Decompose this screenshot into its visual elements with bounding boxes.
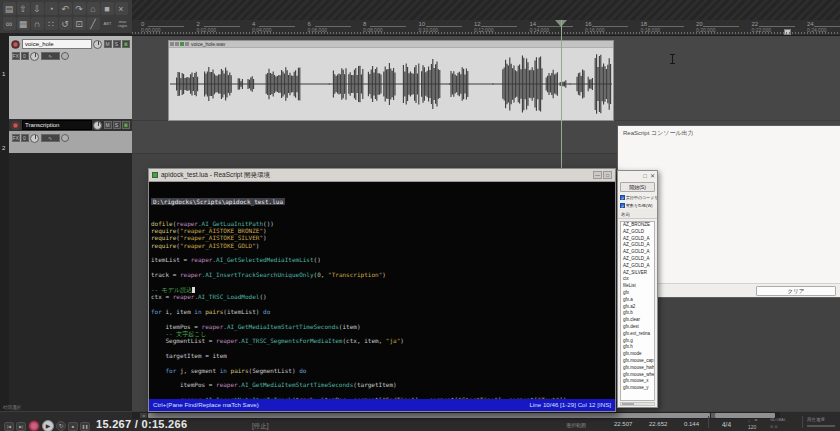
mute-button[interactable]: M	[104, 40, 112, 48]
media-item-voice-hole[interactable]: voice_hole.wav	[168, 40, 614, 121]
console-clear-button[interactable]: クリア	[756, 286, 836, 296]
track-name-input[interactable]: Transcription	[22, 120, 92, 130]
watch-list-hscrollbar[interactable]	[620, 402, 655, 406]
monitor-button[interactable]: ≣	[122, 121, 130, 129]
ide-maximize-button[interactable]: □	[603, 171, 612, 179]
code-editor-area[interactable]: D:\rigdocks\Scripts\apidock_test.lua dof…	[151, 183, 614, 399]
show-running-code-checkbox[interactable]: ✓ 実行中のコードを表示	[618, 193, 657, 201]
code-line[interactable]: itemPos = reaper.AI_GetMediaItemStartTim…	[151, 381, 614, 388]
fx-button[interactable]: FX	[12, 52, 20, 60]
envelope-button[interactable]: ∿	[41, 134, 60, 142]
code-line[interactable]	[151, 301, 614, 308]
watch-variables-dialog[interactable]: □ ✕ 開始(S) ✓ 実行中のコードを表示 ✓ 変数を監視(W) 名前 AZ_…	[617, 170, 658, 408]
close-tool-icon[interactable]: ×	[115, 2, 128, 15]
code-line[interactable]: itemPos = reaper.AI_GetMediaItemStartTim…	[151, 323, 614, 330]
record-button[interactable]	[28, 420, 40, 431]
grid-icon[interactable]: ▦	[17, 17, 30, 30]
pause-button[interactable]: ❚❚	[80, 422, 90, 431]
code-line[interactable]	[151, 345, 614, 352]
bpm-value[interactable]: 120	[748, 424, 756, 430]
go-to-end-button[interactable]: ▶|	[16, 422, 26, 431]
volume-knob[interactable]	[93, 40, 102, 49]
record-arm-button[interactable]	[11, 40, 20, 49]
code-line[interactable]: require("reaper_AISTOKE_GOLD")	[151, 242, 614, 249]
watch-variable-row[interactable]: gfx.dest	[621, 324, 654, 331]
watch-variable-row[interactable]: gfx.a2	[621, 304, 654, 311]
fx-count-badge[interactable]: 0	[21, 52, 29, 60]
code-line[interactable]	[151, 374, 614, 381]
code-line[interactable]: targetItem = item	[151, 352, 614, 359]
watch-variable-row[interactable]: AZ_SILVER	[621, 270, 654, 277]
max-region-label[interactable]: max regio	[115, 20, 130, 28]
undo-icon[interactable]: ↶	[59, 2, 72, 15]
pan-knob[interactable]	[30, 52, 39, 61]
watch-variable-row[interactable]: gfx.clear	[621, 317, 654, 324]
watch-variable-row[interactable]: gfx.mouse_x	[621, 378, 654, 385]
watch-variable-row[interactable]: gfx.mouse_wheel	[621, 372, 654, 379]
clock-icon[interactable]: ◔	[45, 2, 58, 15]
playrate-slider[interactable]	[807, 425, 835, 427]
redo-icon[interactable]: ↷	[73, 2, 86, 15]
home-icon[interactable]: ⌂	[87, 2, 100, 15]
watch-variable-row[interactable]: gfx.mouse_cap	[621, 358, 654, 365]
code-line[interactable]	[151, 389, 614, 396]
watch-variable-row[interactable]: AZ_GOLD_A	[621, 236, 654, 243]
item-lock-icon[interactable]	[170, 42, 174, 46]
reascript-ide-window[interactable]: apidock_test.lua - ReaScript 開発環境 — □ D:…	[148, 168, 616, 412]
global-automation-label[interactable]: GLOBAL	[770, 417, 786, 422]
document-icon[interactable]: ▤	[3, 2, 16, 15]
arrange-hscrollbar[interactable]: ◂ ▪ + −	[132, 412, 780, 419]
play-button[interactable]: ▶	[42, 420, 54, 431]
watch-variables-checkbox[interactable]: ✓ 変数を監視(W)	[618, 201, 657, 209]
watch-start-button[interactable]: 開始(S)	[620, 182, 655, 192]
watch-variable-row[interactable]: gfx.h	[621, 344, 654, 351]
track-name-input[interactable]: voice_hole	[22, 39, 92, 49]
volume-knob[interactable]	[93, 121, 102, 130]
time-signature-value[interactable]: 4/4	[722, 421, 731, 428]
solo-button[interactable]: S	[113, 121, 121, 129]
code-line[interactable]	[151, 249, 614, 256]
hscroll-thumb[interactable]	[148, 413, 710, 418]
watch-variable-row[interactable]: gfx.mode	[621, 351, 654, 358]
transport-time-display[interactable]: 15.267 / 0:15.266	[96, 418, 187, 430]
solo-button[interactable]: S	[113, 40, 121, 48]
selection-end-value[interactable]: 22.652	[649, 421, 667, 427]
watch-variable-row[interactable]: fileList	[621, 283, 654, 290]
watch-variable-row[interactable]: AZ_GOLD_A	[621, 249, 654, 256]
fx-button[interactable]: FX	[12, 134, 20, 142]
envelope-button[interactable]: ∿	[41, 52, 60, 60]
code-line[interactable]	[151, 315, 614, 322]
media-item-header[interactable]: voice_hole.wav	[169, 41, 613, 48]
import-up-icon[interactable]: ⇧	[17, 2, 30, 15]
watch-variable-row[interactable]: gfx.mouse_hwheel	[621, 365, 654, 372]
code-line[interactable]: dofile(reaper.AI_GetLuaInitPath())	[151, 220, 614, 227]
code-line[interactable]: track = reaper.AI_InsertTrackSearchUniqu…	[151, 271, 614, 278]
repeat-button[interactable]: ↻	[56, 421, 66, 431]
record-arm-button[interactable]	[11, 121, 20, 130]
code-line[interactable]	[151, 359, 614, 366]
watch-close-button[interactable]: ✕	[650, 172, 655, 180]
item-mute-icon[interactable]	[175, 42, 179, 46]
dots-grid-icon[interactable]: ∷	[45, 17, 58, 30]
abt-tool-label[interactable]: ABT	[100, 22, 115, 26]
timeline-ruler[interactable]: 00:00.00020:02.00040:04.00060:06.00080:0…	[132, 20, 840, 36]
selection-start-value[interactable]: 22.507	[614, 421, 632, 427]
watch-variable-row[interactable]: gfx.a	[621, 297, 654, 304]
watch-variable-row[interactable]: AZ_GOLD_A	[621, 263, 654, 270]
watch-variable-row[interactable]: AZ_GOLD	[621, 229, 654, 236]
pan-knob[interactable]	[30, 134, 39, 143]
ide-minimize-button[interactable]: —	[593, 171, 602, 179]
item-fx-icon[interactable]	[180, 42, 184, 46]
code-line[interactable]: for i, item in pairs(itemList) do	[151, 308, 614, 315]
code-line[interactable]: SegmentList = reaper.AI_TRSC_SegmentsFor…	[151, 337, 614, 344]
selection-length-value[interactable]: 0.144	[684, 421, 699, 427]
code-line[interactable]: for j, segment in pairs(SegmentList) do	[151, 367, 614, 374]
code-line[interactable]: require("reaper_AISTOKE_BRONZE")	[151, 227, 614, 234]
watch-list-header[interactable]: 名前	[618, 209, 657, 219]
code-line[interactable]: require("reaper_AISTOKE_SILVER")	[151, 234, 614, 241]
lock-icon[interactable]: ⊡	[73, 17, 86, 30]
watch-hscroll-thumb[interactable]	[622, 403, 634, 405]
watch-variable-row[interactable]: gfx	[621, 290, 654, 297]
watch-maximize-button[interactable]: □	[643, 172, 647, 180]
mute-button[interactable]: M	[104, 121, 112, 129]
